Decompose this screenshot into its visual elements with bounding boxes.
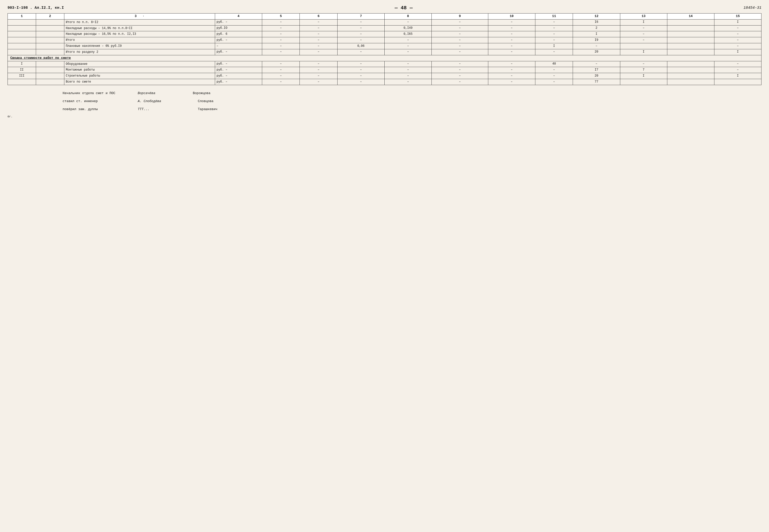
cell-r3-c0: [8, 37, 36, 43]
cell-r4-c6: 0,06: [337, 43, 384, 49]
footer-row-2: ставил ст. инженер А. Слободёва Словцова: [63, 98, 761, 105]
col-header-15: 15: [714, 14, 761, 20]
cell-r10-c9: –: [488, 79, 535, 85]
table-row: Итогоруб. ––––––––I9––: [8, 37, 761, 43]
col-header-13: 13: [620, 14, 667, 20]
cell-r5-c14: I: [714, 49, 761, 55]
table-row: Накладные рас­ходы – 14,9% по п.п.8÷IIру…: [8, 25, 761, 31]
cell-r9-c9: –: [488, 73, 535, 79]
cell-r3-c4: –: [262, 37, 299, 43]
header-center: — 48 —: [395, 5, 413, 11]
cell-r9-c5: –: [300, 73, 337, 79]
cell-r7-c14: –: [714, 61, 761, 67]
col-header-4: 4: [215, 14, 262, 20]
cell-r2-c10: –: [535, 31, 573, 37]
table-row: IIIСтроительные работыруб. ––––––––20II: [8, 73, 761, 79]
cell-r10-c4: –: [262, 79, 299, 85]
cell-r10-c6: –: [337, 79, 384, 85]
cell-r4-c10: I: [535, 43, 573, 49]
cell-r5-c11: 20: [573, 49, 620, 55]
cell-r8-c6: –: [337, 67, 384, 73]
cell-r7-c7: –: [384, 61, 432, 67]
cell-r9-c1: [36, 73, 64, 79]
cell-r10-c10: –: [535, 79, 573, 85]
footer-row-1: Начальник отдела смет и ПОС Ворсачёва Во…: [63, 90, 761, 97]
cell-r0-c8: –: [432, 19, 488, 25]
cell-r9-c6: –: [337, 73, 384, 79]
cell-r4-c11: –: [573, 43, 620, 49]
footer-signature-2: А. Слободёва: [138, 98, 193, 105]
table-row: Итого по раз­делу 2руб. ––––––––20II: [8, 49, 761, 55]
cell-r7-c9: –: [488, 61, 535, 67]
cell-r3-c8: –: [432, 37, 488, 43]
cell-r4-c14: –: [714, 43, 761, 49]
cell-r10-c13: [667, 79, 714, 85]
cell-r7-c12: –: [620, 61, 667, 67]
cell-r9-c13: [667, 73, 714, 79]
cell-r9-c4: –: [262, 73, 299, 79]
cell-r0-c14: I: [714, 19, 761, 25]
cell-r3-c10: –: [535, 37, 573, 43]
cell-r2-c13: [667, 31, 714, 37]
table-row: IОборудова­ниеруб. –––––––40–––: [8, 61, 761, 67]
cell-r10-c5: –: [300, 79, 337, 85]
cell-r5-c13: [667, 49, 714, 55]
cell-r9-c12: I: [620, 73, 667, 79]
cell-r5-c6: –: [337, 49, 384, 55]
main-table: 1 2 3 · 4 5 6 7 8 9 10 11 12 13 14 15 Ит…: [8, 13, 761, 85]
cell-r2-c14: –: [714, 31, 761, 37]
cell-r1-c5: –: [300, 25, 337, 31]
cell-r7-c0: I: [8, 61, 36, 67]
cell-r7-c2: Оборудова­ние: [64, 61, 215, 67]
footer-signature-1: Ворсачёва: [138, 90, 188, 97]
cell-r8-c0: II: [8, 67, 36, 73]
cell-r5-c12: I: [620, 49, 667, 55]
cell-r3-c5: –: [300, 37, 337, 43]
cell-r4-c8: –: [432, 43, 488, 49]
cell-r10-c14: [714, 79, 761, 85]
col-header-8: 8: [384, 14, 432, 20]
cell-r7-c1: [36, 61, 64, 67]
cell-r4-c5: –: [300, 43, 337, 49]
cell-r2-c8: –: [432, 31, 488, 37]
col-header-5: 5: [262, 14, 299, 20]
table-header-row: 1 2 3 · 4 5 6 7 8 9 10 11 12 13 14 15: [8, 14, 761, 20]
cell-r1-c1: [36, 25, 64, 31]
cell-r9-c2: Строительные работы: [64, 73, 215, 79]
table-row: Всего по сме­теруб. ––––––––77: [8, 79, 761, 85]
footer-label-3: повёрил зам. дуплы: [63, 106, 133, 113]
cell-r4-c4: –: [262, 43, 299, 49]
cell-r3-c14: –: [714, 37, 761, 43]
table-row: IIМонтажные ра­ботыруб. ––––––––I77–: [8, 67, 761, 73]
section-header-cell: Сводка стоимости работ по смете: [8, 55, 761, 61]
footer-label-1: Начальник отдела смет и ПОС: [63, 90, 133, 97]
cell-r8-c7: –: [384, 67, 432, 73]
cell-r10-c1: [36, 79, 64, 85]
cell-r1-c8: –: [432, 25, 488, 31]
cell-r7-c3: руб. –: [215, 61, 262, 67]
cell-r5-c8: –: [432, 49, 488, 55]
cell-r7-c4: –: [262, 61, 299, 67]
cell-r10-c0: [8, 79, 36, 85]
cell-r9-c14: I: [714, 73, 761, 79]
cell-r2-c5: –: [300, 31, 337, 37]
cell-r5-c4: –: [262, 49, 299, 55]
cell-r4-c12: [620, 43, 667, 49]
cell-r4-c0: [8, 43, 36, 49]
footer-label-2: ставил ст. инженер: [63, 98, 133, 105]
cell-r8-c12: 7: [620, 67, 667, 73]
cell-r0-c1: [36, 19, 64, 25]
cell-r10-c2: Всего по сме­те: [64, 79, 215, 85]
cell-r5-c10: –: [535, 49, 573, 55]
cell-r1-c11: 2: [573, 25, 620, 31]
cell-r4-c9: –: [488, 43, 535, 49]
cell-r4-c1: [36, 43, 64, 49]
cell-r3-c11: I9: [573, 37, 620, 43]
cell-r0-c10: –: [535, 19, 573, 25]
col-header-10: 10: [488, 14, 535, 20]
cell-r4-c13: [667, 43, 714, 49]
col-header-6: 6: [300, 14, 337, 20]
cell-r8-c8: –: [432, 67, 488, 73]
cell-r10-c7: –: [384, 79, 432, 85]
cell-r3-c9: –: [488, 37, 535, 43]
